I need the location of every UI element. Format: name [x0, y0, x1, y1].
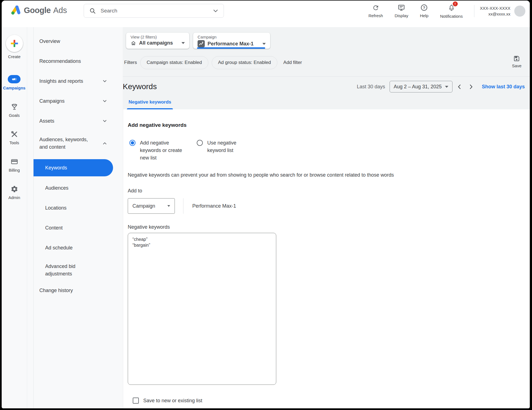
scope-divider	[183, 198, 183, 214]
account-info[interactable]: XXX-XXX-XXXX xx@xxxx.xx	[480, 5, 510, 17]
brand-ads: Ads	[53, 6, 67, 15]
icon-rail: Create Campaigns	[2, 27, 27, 408]
help-button[interactable]: ? Help	[420, 4, 428, 18]
show-last-30-days-link[interactable]: Show last 30 days	[482, 84, 525, 90]
nav-item-keywords-active[interactable]: Keywords	[33, 159, 113, 176]
negative-keywords-label: Negative keywords	[128, 224, 530, 230]
view-dropdown-arrow-icon	[181, 42, 185, 44]
filters-label: Filters	[124, 60, 137, 65]
refresh-button[interactable]: Refresh	[369, 4, 383, 18]
page-title: Keywords	[123, 82, 157, 91]
tools-icon	[11, 130, 18, 138]
add-filter-button[interactable]: Add filter	[283, 60, 302, 65]
chevron-down-icon	[103, 100, 107, 102]
scope-row: Campaign Performance Max-1	[128, 198, 530, 214]
campaign-selector-active-indicator	[197, 47, 265, 49]
brand-google: Google	[24, 6, 51, 15]
option-use-negative-keyword-list[interactable]: Use negative keyword list	[197, 139, 256, 162]
search-box[interactable]	[84, 4, 224, 18]
rail-item-billing[interactable]: Billing	[9, 158, 20, 172]
nav-item-audiences[interactable]: Audiences	[27, 178, 123, 198]
search-dropdown-chevron-icon[interactable]	[213, 9, 218, 12]
nav-item-ad-schedule[interactable]: Ad schedule	[27, 238, 123, 258]
nav-item-assets[interactable]: Assets	[27, 111, 123, 131]
topbar-actions: Refresh Display ? Help	[363, 3, 525, 19]
nav-item-insights-and-reports[interactable]: Insights and reports	[27, 71, 123, 91]
campaign-selector[interactable]: Campaign Performance Max-1	[193, 33, 270, 49]
campaign-selector-label: Campaign	[198, 35, 266, 39]
context-selectors: View (2 filters) All campaigns Campaign	[126, 33, 530, 49]
nav-item-advanced-bid-adjustments[interactable]: Advanced bid adjustments	[27, 258, 123, 283]
tab-negative-keywords[interactable]: Negative keywords	[127, 98, 173, 109]
topbar-divider	[474, 5, 474, 17]
megaphone-icon	[11, 76, 17, 82]
svg-text:?: ?	[423, 6, 425, 10]
tab-bar: Negative keywords	[127, 98, 530, 109]
rail-item-admin[interactable]: Admin	[8, 185, 20, 200]
chevron-down-icon	[103, 120, 107, 122]
keyword-mode-options: Add negative keywords or create new list…	[129, 139, 530, 162]
create-button[interactable]: Create	[6, 35, 23, 59]
plus-icon	[10, 39, 19, 48]
nav-item-overview[interactable]: Overview	[27, 31, 123, 51]
radio-unselected-icon[interactable]	[197, 140, 203, 146]
save-to-list-checkbox[interactable]	[133, 398, 139, 404]
display-icon	[398, 4, 405, 11]
top-bar: Google Ads Refresh	[2, 1, 530, 27]
nav-item-locations[interactable]: Locations	[27, 198, 123, 218]
radio-selected-icon[interactable]	[129, 140, 135, 146]
view-selector[interactable]: View (2 filters) All campaigns	[126, 33, 189, 49]
search-input[interactable]	[100, 7, 213, 14]
view-selector-label: View (2 filters)	[131, 35, 185, 39]
admin-label: Admin	[8, 195, 20, 200]
scope-dropdown-arrow-icon	[167, 205, 170, 207]
rail-item-campaigns[interactable]: Campaigns	[3, 75, 25, 90]
save-view-button[interactable]: Save	[512, 55, 521, 68]
campaigns-label: Campaigns	[3, 86, 25, 90]
form-heading: Add negative keywords	[128, 122, 530, 128]
chevron-left-icon	[458, 84, 461, 89]
notification-badge: !	[453, 1, 458, 6]
account-id: XXX-XXX-XXXX	[480, 5, 510, 11]
home-icon	[131, 40, 136, 46]
negative-keywords-textarea[interactable]: “cheap” “bargain”	[128, 233, 276, 385]
notifications-button[interactable]: ! Notifications	[440, 3, 463, 19]
nav-item-recommendations[interactable]: Recommendations	[27, 51, 123, 71]
help-label: Help	[420, 13, 428, 18]
chevron-up-icon	[103, 142, 107, 145]
chevron-right-icon	[469, 84, 473, 89]
refresh-icon	[372, 4, 379, 11]
nav-item-content[interactable]: Content	[27, 218, 123, 238]
date-next-button[interactable]	[466, 82, 476, 91]
negative-keywords-panel: Add negative keywords Add negative keywo…	[123, 109, 530, 408]
nav-item-audiences-keywords-content[interactable]: Audiences, keywords, and content	[27, 131, 123, 156]
google-ads-logo-icon	[10, 6, 21, 15]
rail-item-goals[interactable]: Goals	[9, 103, 20, 118]
campaign-selector-value: Performance Max-1	[208, 41, 254, 47]
date-preset-label: Last 30 days	[357, 84, 385, 90]
account-avatar[interactable]	[514, 6, 525, 17]
tools-label: Tools	[9, 140, 19, 145]
account-email: xx@xxxx.xx	[480, 11, 510, 17]
create-label: Create	[8, 54, 21, 59]
scope-level-select[interactable]: Campaign	[128, 198, 175, 214]
date-range-picker[interactable]: Aug 2 – Aug 31, 2025	[390, 81, 452, 92]
save-to-list-label: Save to new or existing list	[143, 398, 202, 404]
filters-bar: Filters Campaign status: Enabled Ad grou…	[124, 56, 530, 69]
date-previous-button[interactable]	[455, 82, 464, 91]
trophy-icon	[11, 103, 18, 111]
nav-item-campaigns[interactable]: Campaigns	[27, 91, 123, 111]
nav-item-change-history[interactable]: Change history	[27, 283, 123, 298]
save-to-list-option[interactable]: Save to new or existing list	[133, 398, 530, 404]
search-icon	[89, 8, 96, 14]
performance-max-icon	[198, 40, 205, 47]
notifications-label: Notifications	[440, 14, 463, 19]
option-add-negative-keywords[interactable]: Add negative keywords or create new list	[129, 139, 191, 162]
save-icon	[513, 55, 520, 62]
rail-item-tools[interactable]: Tools	[9, 130, 19, 145]
refresh-label: Refresh	[369, 13, 383, 18]
filter-chip-ad-group-status[interactable]: Ad group status: Enabled	[212, 56, 277, 69]
view-selector-value: All campaigns	[139, 40, 173, 46]
display-button[interactable]: Display	[395, 4, 408, 18]
filter-chip-campaign-status[interactable]: Campaign status: Enabled	[140, 56, 208, 69]
